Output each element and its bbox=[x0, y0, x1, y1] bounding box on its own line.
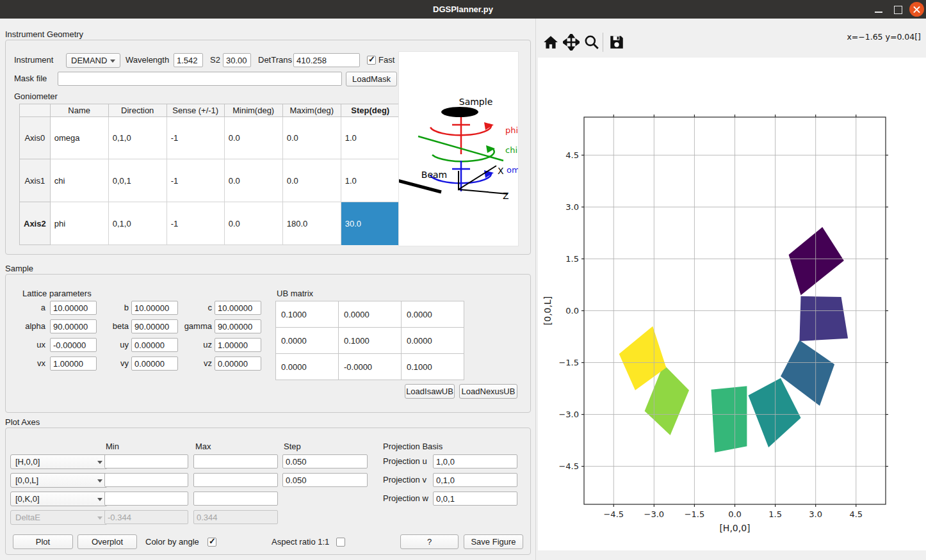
mask-file-input[interactable] bbox=[58, 72, 342, 86]
lattice-vy-input[interactable] bbox=[131, 356, 178, 371]
axis2-min-input[interactable] bbox=[104, 473, 188, 487]
col-header-name[interactable]: Name bbox=[50, 104, 108, 117]
save-figure-button[interactable]: Save Figure bbox=[464, 534, 523, 549]
lattice-b-input[interactable] bbox=[131, 301, 178, 315]
load-mask-button[interactable]: LoadMask bbox=[346, 72, 397, 86]
instrument-label: Instrument bbox=[14, 53, 53, 67]
dettrans-input[interactable] bbox=[293, 53, 360, 67]
col-header-min[interactable]: Minim(deg) bbox=[224, 104, 282, 117]
plot-canvas[interactable]: −4.5−3.0−1.50.01.53.04.54.53.01.50.0−1.5… bbox=[538, 58, 926, 550]
ub-cell-22[interactable]: 0.1000 bbox=[402, 354, 464, 380]
ub-cell-02[interactable]: 0.0000 bbox=[402, 301, 464, 328]
row-header-axis0[interactable]: Axis0 bbox=[20, 117, 51, 159]
color-by-angle-label: Color by angle bbox=[145, 535, 199, 549]
cell-axis0-min[interactable]: 0.0 bbox=[224, 117, 282, 159]
axis1-dimension-combo[interactable]: [H,0,0] bbox=[10, 454, 108, 469]
omega-axis-line bbox=[452, 161, 470, 191]
cell-axis1-max[interactable]: 0.0 bbox=[282, 159, 341, 202]
axis3-min-input[interactable] bbox=[104, 492, 188, 506]
ub-cell-21[interactable]: -0.0000 bbox=[339, 354, 402, 380]
lattice-uy-input[interactable] bbox=[131, 338, 178, 352]
row-header-axis1[interactable]: Axis1 bbox=[20, 159, 51, 202]
home-icon[interactable] bbox=[542, 34, 559, 51]
maximize-button[interactable] bbox=[891, 2, 906, 17]
col-header-sense[interactable]: Sense (+/-1) bbox=[167, 104, 224, 117]
fast-checkbox[interactable] bbox=[367, 56, 376, 65]
cell-axis0-step[interactable]: 1.0 bbox=[341, 117, 400, 159]
coverage-patch-4 bbox=[749, 378, 801, 447]
wavelength-input[interactable] bbox=[174, 53, 203, 67]
s2-input[interactable] bbox=[223, 53, 251, 67]
load-isaw-ub-button[interactable]: LoadIsawUB bbox=[405, 384, 455, 399]
lattice-beta-input[interactable] bbox=[131, 319, 178, 333]
window-title: DGSPlanner.py bbox=[0, 0, 926, 19]
axis1-max-input[interactable] bbox=[193, 454, 278, 468]
lattice-c-input[interactable] bbox=[215, 301, 261, 315]
load-nexus-ub-button[interactable]: LoadNexusUB bbox=[459, 384, 517, 399]
projection-v-input[interactable] bbox=[433, 473, 517, 487]
axis2-step-input[interactable] bbox=[282, 473, 368, 487]
table-row-axis1: Axis1 chi 0,0,1 -1 0.0 0.0 1.0 bbox=[20, 159, 400, 202]
projection-w-label: Projection w bbox=[383, 492, 428, 506]
coverage-plot[interactable]: −4.5−3.0−1.50.01.53.04.54.53.01.50.0−1.5… bbox=[538, 58, 926, 550]
pan-icon[interactable] bbox=[563, 34, 580, 51]
close-button[interactable] bbox=[909, 2, 924, 17]
cell-axis2-name[interactable]: phi bbox=[50, 202, 108, 245]
col-header-step[interactable]: Step(deg) bbox=[341, 104, 400, 117]
cell-axis2-sense[interactable]: -1 bbox=[167, 202, 224, 245]
col-header-direction[interactable]: Direction bbox=[108, 104, 167, 117]
cell-axis0-direction[interactable]: 0,1,0 bbox=[108, 117, 167, 159]
cell-axis1-sense[interactable]: -1 bbox=[167, 159, 224, 202]
overplot-button[interactable]: Overplot bbox=[77, 534, 137, 549]
cell-axis2-min[interactable]: 0.0 bbox=[224, 202, 282, 245]
instrument-value: DEMAND bbox=[71, 56, 107, 65]
projection-w-input[interactable] bbox=[433, 492, 517, 506]
axis3-dimension-combo[interactable]: [0,K,0] bbox=[10, 492, 108, 506]
row-header-axis2[interactable]: Axis2 bbox=[20, 202, 51, 245]
axis1-step-input[interactable] bbox=[282, 454, 368, 468]
ub-cell-10[interactable]: 0.0000 bbox=[276, 328, 339, 354]
projection-u-input[interactable] bbox=[433, 454, 517, 468]
save-icon[interactable] bbox=[608, 34, 625, 51]
lattice-gamma-input[interactable] bbox=[215, 319, 261, 333]
axis4-min-input-disabled bbox=[104, 510, 188, 524]
ub-cell-11[interactable]: 0.1000 bbox=[339, 328, 402, 354]
y-tick-label: −3.0 bbox=[558, 410, 579, 419]
chevron-down-icon bbox=[110, 60, 115, 63]
cell-axis2-step-selected[interactable]: 30.0 bbox=[341, 202, 400, 245]
aspect-ratio-checkbox[interactable] bbox=[336, 538, 345, 547]
axis3-max-input[interactable] bbox=[193, 492, 278, 506]
lattice-ux-input[interactable] bbox=[50, 338, 97, 352]
lattice-a-input[interactable] bbox=[50, 301, 97, 315]
lattice-vz-input[interactable] bbox=[215, 356, 261, 371]
minimize-button[interactable] bbox=[872, 2, 886, 17]
axis2-max-input[interactable] bbox=[193, 473, 278, 487]
cell-axis2-max[interactable]: 180.0 bbox=[282, 202, 341, 245]
color-by-angle-checkbox[interactable] bbox=[207, 538, 216, 547]
cell-axis2-direction[interactable]: 0,1,0 bbox=[108, 202, 167, 245]
axis2-dimension-combo[interactable]: [0,0,L] bbox=[10, 473, 108, 488]
cell-axis1-direction[interactable]: 0,0,1 bbox=[108, 159, 167, 202]
ub-cell-00[interactable]: 0.1000 bbox=[276, 301, 339, 328]
plot-button[interactable]: Plot bbox=[13, 534, 73, 549]
cell-axis1-min[interactable]: 0.0 bbox=[224, 159, 282, 202]
lattice-vx-input[interactable] bbox=[50, 356, 97, 371]
zoom-icon[interactable] bbox=[583, 34, 600, 51]
col-header-max[interactable]: Maxim(deg) bbox=[282, 104, 341, 117]
lattice-uz-input[interactable] bbox=[215, 338, 261, 352]
cell-axis0-name[interactable]: omega bbox=[50, 117, 108, 159]
help-button[interactable]: ? bbox=[400, 534, 459, 549]
axis4-dimension-combo-disabled: DeltaE bbox=[10, 510, 108, 525]
cell-axis0-max[interactable]: 0.0 bbox=[282, 117, 341, 159]
axis1-min-input[interactable] bbox=[104, 454, 188, 468]
instrument-combo[interactable]: DEMAND bbox=[66, 53, 120, 68]
cell-axis0-sense[interactable]: -1 bbox=[167, 117, 224, 159]
ub-cell-12[interactable]: 0.0000 bbox=[402, 328, 464, 354]
ub-cell-20[interactable]: 0.0000 bbox=[276, 354, 339, 380]
lattice-vz-label: vz bbox=[179, 356, 212, 371]
lattice-parameters-label: Lattice parameters bbox=[22, 287, 92, 301]
cell-axis1-name[interactable]: chi bbox=[50, 159, 108, 202]
cell-axis1-step[interactable]: 1.0 bbox=[341, 159, 400, 202]
lattice-alpha-input[interactable] bbox=[50, 319, 97, 333]
ub-cell-01[interactable]: 0.0000 bbox=[339, 301, 402, 328]
